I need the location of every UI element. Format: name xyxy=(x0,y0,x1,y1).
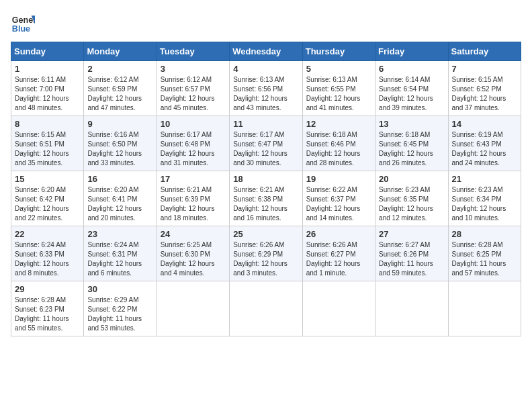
day-info: Sunrise: 6:28 AMSunset: 6:23 PMDaylight:… xyxy=(15,295,80,333)
day-info: Sunrise: 6:14 AMSunset: 6:54 PMDaylight:… xyxy=(379,75,444,113)
day-number: 16 xyxy=(87,174,152,184)
day-info: Sunrise: 6:24 AMSunset: 6:31 PMDaylight:… xyxy=(87,240,152,278)
day-cell: 22Sunrise: 6:24 AMSunset: 6:33 PMDayligh… xyxy=(11,226,84,281)
day-info: Sunrise: 6:12 AMSunset: 6:57 PMDaylight:… xyxy=(161,75,226,113)
day-number: 5 xyxy=(306,64,371,74)
day-info: Sunrise: 6:15 AMSunset: 6:52 PMDaylight:… xyxy=(452,75,517,113)
day-cell: 16Sunrise: 6:20 AMSunset: 6:41 PMDayligh… xyxy=(84,171,157,226)
day-cell: 24Sunrise: 6:25 AMSunset: 6:30 PMDayligh… xyxy=(157,226,229,281)
day-info: Sunrise: 6:13 AMSunset: 6:56 PMDaylight:… xyxy=(233,75,298,113)
day-cell: 10Sunrise: 6:17 AMSunset: 6:48 PMDayligh… xyxy=(157,116,229,171)
day-cell: 26Sunrise: 6:26 AMSunset: 6:27 PMDayligh… xyxy=(302,226,375,281)
day-cell: 29Sunrise: 6:28 AMSunset: 6:23 PMDayligh… xyxy=(11,281,84,336)
day-cell: 5Sunrise: 6:13 AMSunset: 6:55 PMDaylight… xyxy=(302,61,375,116)
day-cell: 28Sunrise: 6:28 AMSunset: 6:25 PMDayligh… xyxy=(448,226,521,281)
week-row-4: 22Sunrise: 6:24 AMSunset: 6:33 PMDayligh… xyxy=(11,226,521,281)
day-cell: 4Sunrise: 6:13 AMSunset: 6:56 PMDaylight… xyxy=(230,61,302,116)
day-cell: 9Sunrise: 6:16 AMSunset: 6:50 PMDaylight… xyxy=(84,116,157,171)
logo: General Blue xyxy=(11,11,38,35)
day-info: Sunrise: 6:17 AMSunset: 6:48 PMDaylight:… xyxy=(161,130,226,168)
day-cell: 12Sunrise: 6:18 AMSunset: 6:46 PMDayligh… xyxy=(302,116,375,171)
day-info: Sunrise: 6:21 AMSunset: 6:38 PMDaylight:… xyxy=(233,185,298,223)
day-number: 12 xyxy=(306,119,371,129)
day-number: 9 xyxy=(87,119,152,129)
day-cell: 19Sunrise: 6:22 AMSunset: 6:37 PMDayligh… xyxy=(302,171,375,226)
week-row-3: 15Sunrise: 6:20 AMSunset: 6:42 PMDayligh… xyxy=(11,171,521,226)
weekday-header-row: SundayMondayTuesdayWednesdayThursdayFrid… xyxy=(11,42,521,61)
day-cell xyxy=(448,281,521,336)
day-info: Sunrise: 6:12 AMSunset: 6:59 PMDaylight:… xyxy=(87,75,152,113)
day-info: Sunrise: 6:24 AMSunset: 6:33 PMDaylight:… xyxy=(15,240,80,278)
day-cell: 18Sunrise: 6:21 AMSunset: 6:38 PMDayligh… xyxy=(230,171,302,226)
day-number: 3 xyxy=(161,64,226,74)
day-cell: 30Sunrise: 6:29 AMSunset: 6:22 PMDayligh… xyxy=(84,281,157,336)
svg-text:Blue: Blue xyxy=(12,24,30,34)
calendar: SundayMondayTuesdayWednesdayThursdayFrid… xyxy=(11,42,521,336)
day-cell: 17Sunrise: 6:21 AMSunset: 6:39 PMDayligh… xyxy=(157,171,229,226)
day-info: Sunrise: 6:16 AMSunset: 6:50 PMDaylight:… xyxy=(87,130,152,168)
weekday-wednesday: Wednesday xyxy=(230,42,302,61)
day-cell xyxy=(230,281,302,336)
day-number: 22 xyxy=(15,229,80,239)
weekday-thursday: Thursday xyxy=(302,42,375,61)
day-info: Sunrise: 6:21 AMSunset: 6:39 PMDaylight:… xyxy=(161,185,226,223)
day-cell: 15Sunrise: 6:20 AMSunset: 6:42 PMDayligh… xyxy=(11,171,84,226)
day-number: 18 xyxy=(233,174,298,184)
day-info: Sunrise: 6:17 AMSunset: 6:47 PMDaylight:… xyxy=(233,130,298,168)
day-cell: 1Sunrise: 6:11 AMSunset: 7:00 PMDaylight… xyxy=(11,61,84,116)
day-cell: 14Sunrise: 6:19 AMSunset: 6:43 PMDayligh… xyxy=(448,116,521,171)
day-number: 26 xyxy=(306,229,371,239)
day-number: 24 xyxy=(161,229,226,239)
page-header: General Blue xyxy=(11,11,521,35)
day-number: 1 xyxy=(15,64,80,74)
day-cell xyxy=(375,281,448,336)
day-number: 4 xyxy=(233,64,298,74)
day-info: Sunrise: 6:26 AMSunset: 6:29 PMDaylight:… xyxy=(233,240,298,278)
weekday-sunday: Sunday xyxy=(11,42,84,61)
day-number: 13 xyxy=(379,119,444,129)
day-number: 28 xyxy=(452,229,517,239)
day-info: Sunrise: 6:25 AMSunset: 6:30 PMDaylight:… xyxy=(161,240,226,278)
day-number: 20 xyxy=(379,174,444,184)
day-cell: 6Sunrise: 6:14 AMSunset: 6:54 PMDaylight… xyxy=(375,61,448,116)
day-number: 7 xyxy=(452,64,517,74)
day-info: Sunrise: 6:11 AMSunset: 7:00 PMDaylight:… xyxy=(15,75,80,113)
day-number: 6 xyxy=(379,64,444,74)
day-cell: 20Sunrise: 6:23 AMSunset: 6:35 PMDayligh… xyxy=(375,171,448,226)
day-info: Sunrise: 6:27 AMSunset: 6:26 PMDaylight:… xyxy=(379,240,444,278)
day-number: 8 xyxy=(15,119,80,129)
day-info: Sunrise: 6:28 AMSunset: 6:25 PMDaylight:… xyxy=(452,240,517,278)
day-info: Sunrise: 6:23 AMSunset: 6:34 PMDaylight:… xyxy=(452,185,517,223)
week-row-5: 29Sunrise: 6:28 AMSunset: 6:23 PMDayligh… xyxy=(11,281,521,336)
day-number: 14 xyxy=(452,119,517,129)
week-row-2: 8Sunrise: 6:15 AMSunset: 6:51 PMDaylight… xyxy=(11,116,521,171)
day-number: 2 xyxy=(87,64,152,74)
day-info: Sunrise: 6:20 AMSunset: 6:41 PMDaylight:… xyxy=(87,185,152,223)
day-number: 21 xyxy=(452,174,517,184)
day-cell: 7Sunrise: 6:15 AMSunset: 6:52 PMDaylight… xyxy=(448,61,521,116)
day-number: 17 xyxy=(161,174,226,184)
day-info: Sunrise: 6:22 AMSunset: 6:37 PMDaylight:… xyxy=(306,185,371,223)
logo-icon: General Blue xyxy=(11,11,35,35)
day-number: 29 xyxy=(15,284,80,294)
day-info: Sunrise: 6:26 AMSunset: 6:27 PMDaylight:… xyxy=(306,240,371,278)
weekday-saturday: Saturday xyxy=(448,42,521,61)
day-info: Sunrise: 6:18 AMSunset: 6:46 PMDaylight:… xyxy=(306,130,371,168)
day-cell: 11Sunrise: 6:17 AMSunset: 6:47 PMDayligh… xyxy=(230,116,302,171)
day-number: 19 xyxy=(306,174,371,184)
day-info: Sunrise: 6:20 AMSunset: 6:42 PMDaylight:… xyxy=(15,185,80,223)
day-number: 10 xyxy=(161,119,226,129)
weekday-friday: Friday xyxy=(375,42,448,61)
week-row-1: 1Sunrise: 6:11 AMSunset: 7:00 PMDaylight… xyxy=(11,61,521,116)
day-cell: 23Sunrise: 6:24 AMSunset: 6:31 PMDayligh… xyxy=(84,226,157,281)
day-cell: 27Sunrise: 6:27 AMSunset: 6:26 PMDayligh… xyxy=(375,226,448,281)
day-cell: 3Sunrise: 6:12 AMSunset: 6:57 PMDaylight… xyxy=(157,61,229,116)
day-number: 30 xyxy=(87,284,152,294)
day-info: Sunrise: 6:29 AMSunset: 6:22 PMDaylight:… xyxy=(87,295,152,333)
day-cell: 21Sunrise: 6:23 AMSunset: 6:34 PMDayligh… xyxy=(448,171,521,226)
day-cell: 25Sunrise: 6:26 AMSunset: 6:29 PMDayligh… xyxy=(230,226,302,281)
day-info: Sunrise: 6:18 AMSunset: 6:45 PMDaylight:… xyxy=(379,130,444,168)
day-cell xyxy=(302,281,375,336)
day-number: 27 xyxy=(379,229,444,239)
day-number: 25 xyxy=(233,229,298,239)
